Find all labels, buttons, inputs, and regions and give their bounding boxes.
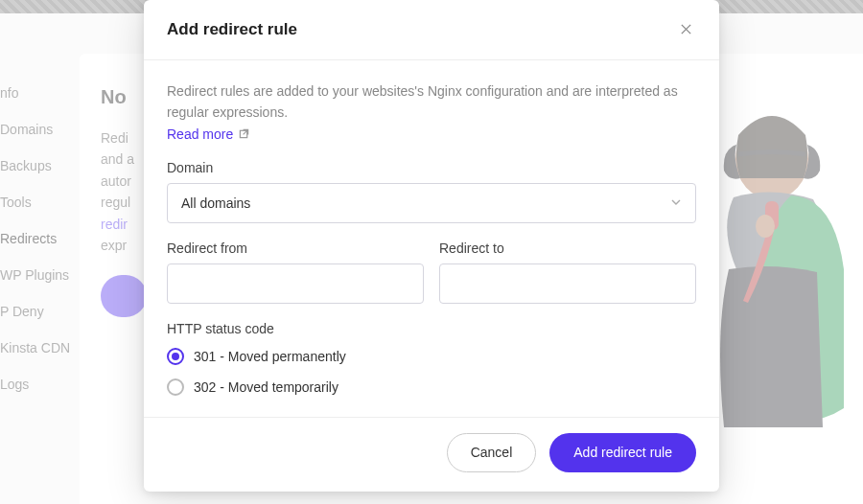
status-code-label: HTTP status code xyxy=(167,321,696,336)
domain-field: Domain All domains xyxy=(167,160,696,223)
redirect-from-input[interactable] xyxy=(167,263,424,304)
status-code-field: HTTP status code 301 - Moved permanently… xyxy=(167,321,696,396)
status-301-label: 301 - Moved permanently xyxy=(194,349,346,364)
modal-header: Add redirect rule xyxy=(144,0,719,60)
read-more-label: Read more xyxy=(167,126,233,142)
domain-value: All domains xyxy=(181,195,250,211)
modal-description: Redirect rules are added to your website… xyxy=(167,81,696,123)
cancel-button[interactable]: Cancel xyxy=(447,433,537,472)
close-button[interactable] xyxy=(676,17,696,42)
close-icon xyxy=(680,20,692,39)
modal-title: Add redirect rule xyxy=(167,20,297,39)
redirect-to-field: Redirect to xyxy=(439,241,696,304)
redirect-from-field: Redirect from xyxy=(167,241,424,304)
domain-select[interactable]: All domains xyxy=(167,183,696,223)
external-link-icon xyxy=(239,128,249,141)
add-redirect-modal: Add redirect rule Redirect rules are add… xyxy=(144,0,719,492)
modal-body: Redirect rules are added to your website… xyxy=(144,60,719,417)
status-301-radio[interactable]: 301 - Moved permanently xyxy=(167,348,696,365)
read-more-link[interactable]: Read more xyxy=(167,126,249,142)
status-302-radio[interactable]: 302 - Moved temporarily xyxy=(167,378,696,396)
chevron-down-icon xyxy=(670,195,682,212)
modal-footer: Cancel Add redirect rule xyxy=(144,417,719,492)
radio-icon xyxy=(167,348,184,365)
redirect-to-label: Redirect to xyxy=(439,241,696,256)
redirect-from-label: Redirect from xyxy=(167,241,424,256)
submit-button[interactable]: Add redirect rule xyxy=(549,433,696,472)
radio-icon xyxy=(167,378,184,396)
status-302-label: 302 - Moved temporarily xyxy=(194,379,338,395)
domain-label: Domain xyxy=(167,160,696,175)
modal-overlay[interactable]: Add redirect rule Redirect rules are add… xyxy=(0,0,863,504)
redirect-to-input[interactable] xyxy=(439,263,696,304)
